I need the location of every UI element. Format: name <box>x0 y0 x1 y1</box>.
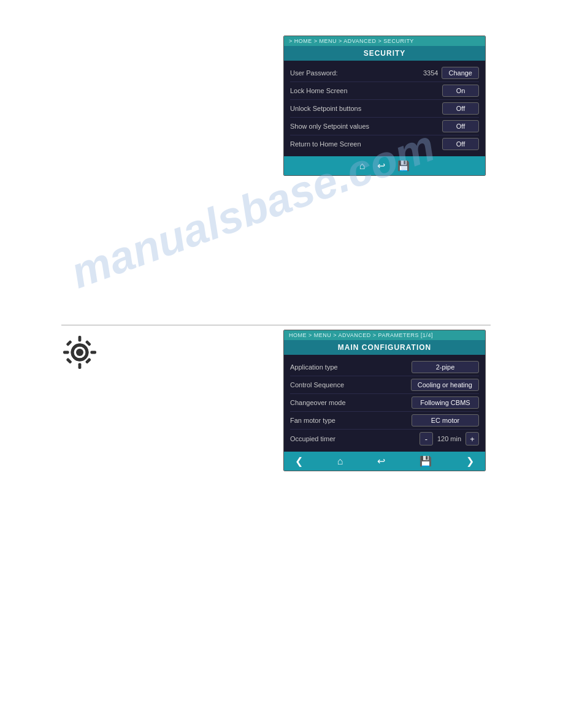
section-divider <box>61 325 491 325</box>
show-setpoint-button[interactable]: Off <box>442 120 479 132</box>
svg-rect-9 <box>85 340 91 346</box>
security-row-show-setpoint: Show only Setpoint values Off <box>290 118 479 135</box>
main-config-next-icon[interactable]: ❯ <box>466 455 474 467</box>
svg-rect-5 <box>90 351 96 354</box>
security-panel: > HOME > MENU > ADVANCED > SECURITY SECU… <box>283 36 486 176</box>
control-seq-label: Control Sequence <box>290 381 411 389</box>
security-back-icon[interactable]: ↩ <box>377 160 385 172</box>
svg-rect-3 <box>79 363 82 369</box>
main-config-panel: HOME > MENU > ADVANCED > PARAMETERS [1/4… <box>283 330 486 471</box>
app-type-button[interactable]: 2-pipe <box>412 361 479 373</box>
password-value: 3354 <box>423 69 438 77</box>
security-row-password: User Password: 3354 Change <box>290 64 479 82</box>
fan-motor-label: Fan motor type <box>290 417 412 424</box>
security-breadcrumb: > HOME > MENU > ADVANCED > SECURITY <box>284 36 485 46</box>
main-config-back-icon[interactable]: ↩ <box>377 455 385 467</box>
main-config-row-fan-motor: Fan motor type EC motor <box>290 412 479 430</box>
app-type-label: Application type <box>290 363 412 371</box>
lock-home-label: Lock Home Screen <box>290 87 442 94</box>
main-config-nav-bar: ❮ ⌂ ↩ 💾 ❯ <box>284 452 485 471</box>
svg-rect-6 <box>66 340 72 346</box>
main-config-breadcrumb: HOME > MENU > ADVANCED > PARAMETERS [1/4… <box>284 330 485 340</box>
main-config-prev-icon[interactable]: ❮ <box>295 455 303 467</box>
control-seq-button[interactable]: Cooling or heating <box>411 379 479 391</box>
main-config-body: Application type 2-pipe Control Sequence… <box>284 355 485 452</box>
main-config-row-control-seq: Control Sequence Cooling or heating <box>290 376 479 394</box>
main-config-title: MAIN CONFIGURATION <box>284 340 485 355</box>
return-home-button[interactable]: Off <box>442 138 479 150</box>
password-label: User Password: <box>290 69 423 77</box>
main-config-row-app-type: Application type 2-pipe <box>290 358 479 376</box>
svg-point-1 <box>76 349 83 356</box>
svg-rect-4 <box>63 351 69 354</box>
occupied-timer-minus-button[interactable]: - <box>419 432 433 446</box>
unlock-setpoint-label: Unlock Setpoint buttons <box>290 105 442 112</box>
svg-rect-2 <box>79 336 82 342</box>
main-config-home-icon[interactable]: ⌂ <box>337 456 343 467</box>
main-config-row-changeover: Changeover mode Following CBMS <box>290 394 479 412</box>
gear-icon <box>61 334 98 373</box>
security-row-return-home: Return to Home Screen Off <box>290 135 479 153</box>
main-config-row-occupied-timer: Occupied timer - 120 min + <box>290 430 479 448</box>
security-home-icon[interactable]: ⌂ <box>359 161 366 172</box>
security-body: User Password: 3354 Change Lock Home Scr… <box>284 61 485 156</box>
unlock-setpoint-button[interactable]: Off <box>442 102 479 115</box>
occupied-timer-label: Occupied timer <box>290 435 419 442</box>
security-row-unlock-setpoint: Unlock Setpoint buttons Off <box>290 100 479 118</box>
occupied-timer-plus-button[interactable]: + <box>465 432 479 446</box>
security-nav-bar: ⌂ ↩ 💾 <box>284 156 485 175</box>
security-save-icon[interactable]: 💾 <box>397 160 410 172</box>
svg-rect-8 <box>66 358 72 364</box>
security-title: SECURITY <box>284 46 485 61</box>
occupied-timer-value: 120 min <box>435 435 463 442</box>
main-config-save-icon[interactable]: 💾 <box>419 455 432 467</box>
occupied-timer-spinner: - 120 min + <box>419 432 479 446</box>
changeover-label: Changeover mode <box>290 399 412 406</box>
show-setpoint-label: Show only Setpoint values <box>290 123 442 130</box>
fan-motor-button[interactable]: EC motor <box>412 414 479 427</box>
return-home-label: Return to Home Screen <box>290 140 442 148</box>
security-row-lock-home: Lock Home Screen On <box>290 82 479 100</box>
change-password-button[interactable]: Change <box>442 67 479 79</box>
lock-home-button[interactable]: On <box>442 85 479 97</box>
changeover-button[interactable]: Following CBMS <box>412 396 479 409</box>
